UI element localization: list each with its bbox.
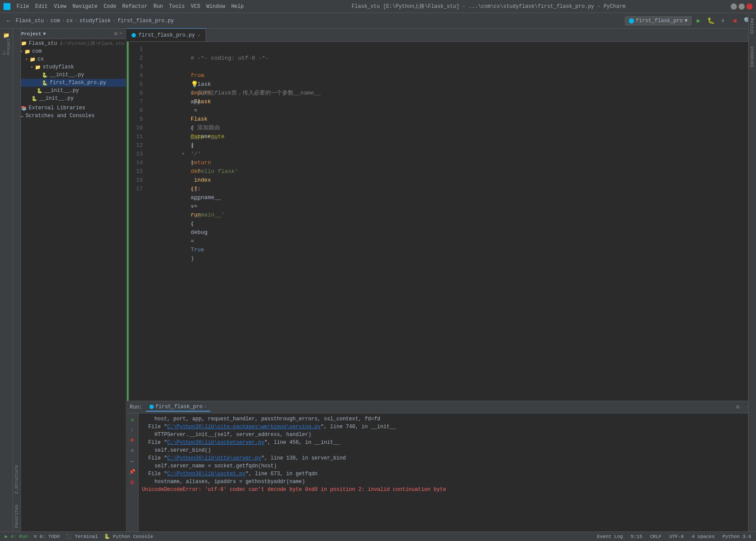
chevron-down-icon: ▾ (25, 57, 28, 62)
z-structure-label[interactable]: Z-Structure (14, 465, 19, 494)
stop-button[interactable]: ■ (730, 16, 740, 26)
menu-view[interactable]: View (51, 3, 69, 10)
run-tab-close-button[interactable]: ✕ (204, 404, 207, 409)
run-tab-label: first_flask_pro (155, 404, 202, 410)
menu-refactor[interactable]: Refactor (120, 3, 150, 10)
tree-item-scratches[interactable]: ▸ ✏ Scratches and Consoles (13, 112, 126, 120)
status-event-log[interactable]: Event Log (596, 534, 624, 540)
file-link-socketserver[interactable]: C:\Python36\lib\socketserver.py (167, 440, 264, 446)
scratches-icon: ✏ (21, 113, 24, 119)
run-label: Run: (130, 404, 142, 410)
run-with-coverage-button[interactable]: ⚡ (718, 16, 728, 26)
tree-item-external-libraries[interactable]: ▸ 📚 External Libraries (13, 104, 126, 112)
run-pin-button[interactable]: 📌 (128, 467, 137, 476)
run-configuration[interactable]: first_flask_pro ▼ (625, 17, 692, 25)
toolbar-right: ▶ 🐛 ⚡ ■ 🔍 (693, 16, 753, 26)
tree-item-first-flask[interactable]: 🐍 first_flask_pro.py (13, 79, 126, 87)
tree-item-studyflask[interactable]: ▾ 📁 studyflask (13, 63, 126, 71)
line-num-6: 6 (129, 89, 143, 98)
menu-help[interactable]: Help (229, 3, 246, 10)
status-python-version[interactable]: Python 3.6 (721, 534, 753, 540)
run-scroll-button[interactable]: ↓ (128, 426, 137, 434)
menu-bar[interactable]: File Edit View Navigate Code Refactor Ru… (14, 3, 246, 10)
paren-close: ) (191, 255, 194, 262)
run-output-line-6: File "C:\Python36\lib\http\server.py", l… (142, 454, 753, 462)
breadcrumb-sep-2: › (62, 18, 65, 24)
breadcrumb-item-studyflask[interactable]: studyflask (79, 18, 111, 24)
code-content[interactable]: # -*- coding: utf-8 -*- from flask impor… (146, 42, 750, 401)
tab-close-button[interactable]: ✕ (198, 33, 200, 38)
run-config-dropdown-icon: ▼ (685, 18, 688, 24)
line-num-13: 13 (129, 150, 143, 159)
line-num-11: 11 (129, 132, 143, 141)
breadcrumb-item-file[interactable]: first_flask_pro.py (118, 18, 174, 24)
debug-button[interactable]: 🐛 (705, 16, 716, 26)
status-python-console-button[interactable]: 🐍 Python Console (103, 533, 155, 540)
code-line-12: return 'hello flask' (150, 141, 750, 150)
project-header: ▾ Project ▼ ⚙ − (13, 29, 126, 39)
tree-item-init-py-2[interactable]: 🐍 __init__.py (13, 87, 126, 95)
status-indent[interactable]: 4 spaces (690, 534, 716, 540)
tree-item-cx[interactable]: ▾ 📁 cx (13, 55, 126, 63)
project-tree: ▾ 📁 Flask_stu E:\Python上路\Flask_stu ▾ 📁 … (13, 39, 126, 120)
favorites-label[interactable]: Favorites (14, 504, 19, 528)
project-collapse-icon[interactable]: − (119, 30, 122, 37)
window-title: Flask_stu [E:\Python上路\Flask_stu] - ...\… (250, 3, 727, 10)
status-run-button[interactable]: ▶ 4: Run (3, 533, 29, 540)
status-todo-button[interactable]: ≡ 6: TODO (33, 534, 61, 540)
menu-code[interactable]: Code (101, 3, 119, 10)
menu-edit[interactable]: Edit (33, 3, 51, 10)
run-tab-icon (149, 405, 154, 409)
editor-tab-first-flask[interactable]: first_flask_pro.py ✕ (126, 28, 206, 41)
menu-vcs[interactable]: VCS (188, 3, 203, 10)
run-side-bar: ↺ ↓ ■ ≡ ↩ 📌 🗑 (126, 413, 138, 531)
python-file-icon: 🐍 (31, 96, 37, 101)
op-assign: = (191, 238, 194, 244)
run-tab-active[interactable]: first_flask_pro ✕ (146, 403, 210, 412)
file-link-httpserver[interactable]: C:\Python36\lib\http\server.py (167, 455, 261, 461)
project-dropdown-icon[interactable]: ▼ (43, 31, 46, 37)
run-restart-button[interactable]: ↺ (128, 415, 137, 424)
status-encoding[interactable]: UTF-8 (668, 534, 685, 540)
tree-item-init-py-3[interactable]: 🐍 __init__.py (13, 95, 126, 102)
tree-item-flask-stu[interactable]: ▾ 📁 Flask_stu E:\Python上路\Flask_stu (13, 39, 126, 47)
python-file-icon: 🐍 (42, 72, 48, 78)
run-filter-button[interactable]: ≡ (128, 446, 137, 455)
menu-run[interactable]: Run (151, 3, 165, 10)
menu-navigate[interactable]: Navigate (70, 3, 100, 10)
scview-panel-label[interactable]: SCView (749, 17, 756, 36)
run-wrap-button[interactable]: ↩ (128, 457, 137, 466)
file-link-socket[interactable]: C:\Python36\lib\socket.py (167, 471, 246, 477)
tab-filename: first_flask_pro.py (138, 32, 195, 38)
menu-file[interactable]: File (14, 3, 32, 10)
status-line-ending[interactable]: CRLF (649, 534, 663, 540)
close-button[interactable] (746, 3, 753, 10)
menu-window[interactable]: Window (204, 3, 228, 10)
minimize-button[interactable] (731, 3, 737, 10)
breadcrumb-item-com[interactable]: com (51, 18, 60, 24)
tree-item-com[interactable]: ▾ 📁 com (13, 47, 126, 55)
toolbar-back-button[interactable]: ← (3, 16, 14, 26)
run-settings-icon[interactable]: ⚙ (733, 403, 742, 412)
run-stop-button[interactable]: ■ (128, 436, 137, 445)
line-num-5: 5 (129, 80, 143, 89)
database-panel-label[interactable]: Database (749, 44, 756, 69)
menu-tools[interactable]: Tools (166, 3, 187, 10)
run-output-line-2: File "C:\Python36\lib\site-packages\werk… (142, 423, 753, 431)
tree-label: Flask_stu E:\Python上路\Flask_stu (29, 40, 124, 47)
tree-item-init-py[interactable]: 🐍 __init__.py (13, 71, 126, 79)
maximize-button[interactable] (739, 3, 745, 10)
code-line-17 (150, 185, 750, 193)
breadcrumb-sep-1: › (46, 18, 49, 24)
status-terminal-button[interactable]: ⬛ Terminal (64, 533, 99, 540)
code-line-10: @app.route ( '/' ) (150, 124, 750, 132)
run-button[interactable]: ▶ (693, 16, 704, 26)
project-settings-icon[interactable]: ⚙ (115, 30, 118, 37)
run-clear-button[interactable]: 🗑 (128, 478, 137, 487)
breadcrumb-item-cx[interactable]: cx (67, 18, 73, 24)
file-link-werkzeug[interactable]: C:\Python36\lib\site-packages\werkzeug\s… (167, 424, 321, 430)
activity-structure-icon[interactable]: 1: Project (2, 42, 11, 51)
code-line-8 (150, 106, 750, 115)
window-controls[interactable] (731, 3, 753, 10)
breadcrumb-item-flask-stu[interactable]: Flask_stu (16, 18, 44, 24)
